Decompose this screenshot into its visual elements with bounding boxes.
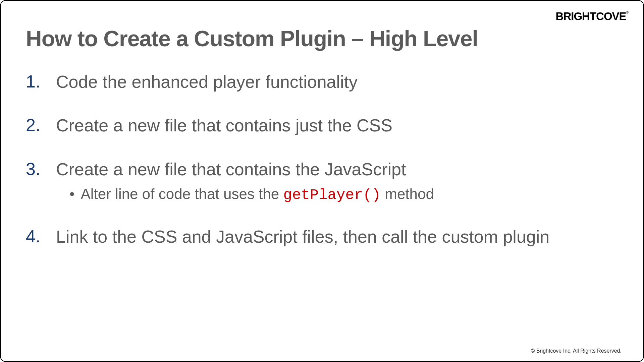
list-text: Create a new file that contains the Java… xyxy=(56,160,406,179)
list-text: Code the enhanced player functionality xyxy=(56,72,358,92)
copyright-text: © Brightcove Inc. All Rights Reserved. xyxy=(531,348,622,354)
list-item: 3. Create a new file that contains the J… xyxy=(26,159,618,203)
sub-suffix: method xyxy=(381,186,434,202)
sub-prefix: Alter line of code that uses the xyxy=(80,186,283,202)
list-text: Link to the CSS and JavaScript files, th… xyxy=(56,227,549,246)
brightcove-logo: BRIGHTCOVE® xyxy=(556,10,628,23)
list-number: 2. xyxy=(26,115,56,135)
list-number: 3. xyxy=(26,159,56,179)
list-content: Create a new file that contains just the… xyxy=(56,115,618,136)
list-text: Create a new file that contains just the… xyxy=(56,116,392,135)
slide-title: How to Create a Custom Plugin – High Lev… xyxy=(26,26,618,51)
sub-text: Alter line of code that uses the getPlay… xyxy=(80,186,434,203)
sub-bullet: • Alter line of code that uses the getPl… xyxy=(56,186,618,203)
list-item: 2. Create a new file that contains just … xyxy=(26,115,618,136)
list-item: 1. Code the enhanced player functionalit… xyxy=(26,71,618,92)
code-text: getPlayer() xyxy=(283,187,381,203)
list-content: Link to the CSS and JavaScript files, th… xyxy=(56,226,618,247)
list-content: Create a new file that contains the Java… xyxy=(56,159,618,203)
list-number: 1. xyxy=(26,71,56,92)
list-number: 4. xyxy=(26,226,56,246)
steps-list: 1. Code the enhanced player functionalit… xyxy=(26,71,618,247)
list-item: 4. Link to the CSS and JavaScript files,… xyxy=(26,226,618,247)
slide-container: BRIGHTCOVE® How to Create a Custom Plugi… xyxy=(0,0,644,362)
bullet-icon: • xyxy=(69,187,74,201)
logo-registered: ® xyxy=(626,11,628,14)
list-content: Code the enhanced player functionality xyxy=(56,71,618,92)
logo-text: BRIGHTCOVE xyxy=(556,10,626,22)
